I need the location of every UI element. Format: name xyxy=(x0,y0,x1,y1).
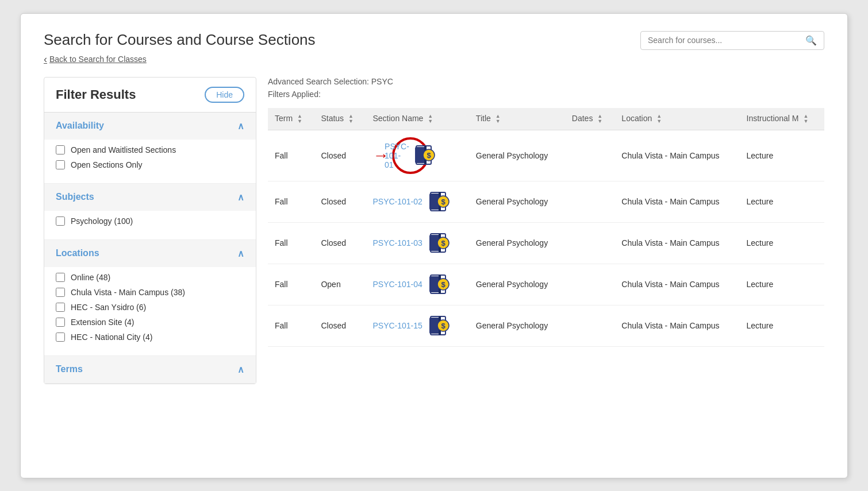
filter-section-locations: Locations ∧ Online (48) Chula Vista - Ma… xyxy=(44,240,256,356)
hide-button[interactable]: Hide xyxy=(205,87,244,103)
dollar-book-icon-3: $ xyxy=(426,271,451,298)
cell-location: Chula Vista - Main Campus xyxy=(614,181,739,222)
page-title: Search for Courses and Course Sections xyxy=(44,31,316,49)
section-link-2[interactable]: PSYC-101-03 xyxy=(372,238,422,248)
search-info: Advanced Search Selection: PSYC xyxy=(268,77,824,86)
filter-item-online[interactable]: Online (48) xyxy=(56,273,244,282)
cell-term: Fall xyxy=(268,305,314,346)
table-row: FallOpen PSYC-101-04 $ General Psycholog… xyxy=(268,264,824,305)
filter-section-availability: Availability ∧ Open and Waitlisted Secti… xyxy=(44,113,256,184)
dollar-book-icon-0: $ xyxy=(412,142,437,169)
cell-term: Fall xyxy=(268,264,314,305)
table-header-row: Term ▲▼ Status ▲▼ Section Name ▲▼ Title … xyxy=(268,108,824,130)
checkbox-hec-san-ysidro[interactable] xyxy=(56,303,65,312)
hec-san-ysidro-label: HEC - San Ysidro (6) xyxy=(71,303,146,312)
cell-status: Closed xyxy=(314,305,366,346)
subjects-chevron: ∧ xyxy=(237,192,244,203)
section-link-0[interactable]: PSYC-101-01 xyxy=(385,142,409,169)
cell-status: Closed xyxy=(314,222,366,264)
section-link-1[interactable]: PSYC-101-02 xyxy=(372,197,422,206)
cell-dates xyxy=(565,222,615,264)
cell-title: General Psychology xyxy=(469,181,565,222)
results-table: Term ▲▼ Status ▲▼ Section Name ▲▼ Title … xyxy=(268,108,824,347)
cell-title: General Psychology xyxy=(469,130,565,181)
cell-section-name: PSYC-101-15 $ xyxy=(366,305,468,346)
table-row: FallClosed → PSYC-101-01 $ xyxy=(268,130,824,181)
locations-header[interactable]: Locations ∧ xyxy=(44,240,256,267)
availability-header[interactable]: Availability ∧ xyxy=(44,113,256,140)
th-dates[interactable]: Dates ▲▼ xyxy=(565,108,615,130)
cell-instructional: Lecture xyxy=(740,264,825,305)
th-section-name[interactable]: Section Name ▲▼ xyxy=(366,108,468,130)
section-link-3[interactable]: PSYC-101-04 xyxy=(372,280,422,289)
th-title[interactable]: Title ▲▼ xyxy=(469,108,565,130)
main-container: Search for Courses and Course Sections B… xyxy=(20,13,848,478)
table-row: FallClosed PSYC-101-03 $ General Psychol… xyxy=(268,222,824,264)
cell-instructional: Lecture xyxy=(740,305,825,346)
terms-label: Terms xyxy=(56,364,83,374)
sort-arrows-instructional: ▲▼ xyxy=(803,114,808,124)
section-link-4[interactable]: PSYC-101-15 xyxy=(372,321,422,330)
filter-item-open-only[interactable]: Open Sections Only xyxy=(56,160,244,169)
checkbox-open-only[interactable] xyxy=(56,160,65,169)
back-to-search-link[interactable]: Back to Search for Classes xyxy=(44,53,316,65)
search-input[interactable] xyxy=(648,36,802,45)
table-row: FallClosed PSYC-101-02 $ General Psychol… xyxy=(268,181,824,222)
main-content: Advanced Search Selection: PSYC Filters … xyxy=(268,77,824,384)
table-row: FallClosed PSYC-101-15 $ General Psychol… xyxy=(268,305,824,346)
filter-item-chula-vista[interactable]: Chula Vista - Main Campus (38) xyxy=(56,288,244,297)
locations-items: Online (48) Chula Vista - Main Campus (3… xyxy=(44,267,256,355)
cell-instructional: Lecture xyxy=(740,130,825,181)
cell-status: Closed xyxy=(314,130,366,181)
hec-national-city-label: HEC - National City (4) xyxy=(71,333,152,342)
filter-results-title: Filter Results xyxy=(56,87,136,102)
cell-dates xyxy=(565,264,615,305)
availability-label: Availability xyxy=(56,121,104,131)
search-box: 🔍 xyxy=(640,31,824,50)
sidebar: Filter Results Hide Availability ∧ Open … xyxy=(44,77,256,384)
subjects-label: Subjects xyxy=(56,192,94,202)
th-instructional[interactable]: Instructional M ▲▼ xyxy=(740,108,825,130)
cell-title: General Psychology xyxy=(469,264,565,305)
chula-vista-label: Chula Vista - Main Campus (38) xyxy=(71,288,185,297)
open-waitlisted-label: Open and Waitlisted Sections xyxy=(71,145,176,154)
sort-arrows-term: ▲▼ xyxy=(297,114,302,124)
cell-location: Chula Vista - Main Campus xyxy=(614,222,739,264)
header: Search for Courses and Course Sections B… xyxy=(44,31,824,65)
checkbox-psychology[interactable] xyxy=(56,216,65,226)
locations-label: Locations xyxy=(56,248,99,258)
header-left: Search for Courses and Course Sections B… xyxy=(44,31,316,65)
circle-annotation: PSYC-101-01 $ xyxy=(392,137,429,174)
cell-section-name: PSYC-101-04 $ xyxy=(366,264,468,305)
table-body: FallClosed → PSYC-101-01 $ xyxy=(268,130,824,346)
subjects-items: Psychology (100) xyxy=(44,211,256,239)
checkbox-extension-site[interactable] xyxy=(56,318,65,327)
checkbox-open-waitlisted[interactable] xyxy=(56,145,65,154)
cell-term: Fall xyxy=(268,130,314,181)
th-status[interactable]: Status ▲▼ xyxy=(314,108,366,130)
locations-chevron: ∧ xyxy=(237,248,244,259)
checkbox-chula-vista[interactable] xyxy=(56,288,65,297)
filter-item-hec-national-city[interactable]: HEC - National City (4) xyxy=(56,333,244,342)
cell-status: Closed xyxy=(314,181,366,222)
cell-instructional: Lecture xyxy=(740,181,825,222)
terms-header[interactable]: Terms ∧ xyxy=(44,356,256,383)
checkbox-online[interactable] xyxy=(56,273,65,282)
svg-text:$: $ xyxy=(441,239,445,248)
cell-dates xyxy=(565,305,615,346)
filter-item-psychology[interactable]: Psychology (100) xyxy=(56,216,244,226)
filter-section-terms: Terms ∧ xyxy=(44,356,256,384)
th-location[interactable]: Location ▲▼ xyxy=(614,108,739,130)
filter-item-extension-site[interactable]: Extension Site (4) xyxy=(56,318,244,327)
subjects-header[interactable]: Subjects ∧ xyxy=(44,184,256,211)
psychology-label: Psychology (100) xyxy=(71,216,133,226)
filter-section-subjects: Subjects ∧ Psychology (100) xyxy=(44,184,256,240)
checkbox-hec-national-city[interactable] xyxy=(56,333,65,342)
filter-item-hec-san-ysidro[interactable]: HEC - San Ysidro (6) xyxy=(56,303,244,312)
cell-section-name: PSYC-101-02 $ xyxy=(366,181,468,222)
filter-item-open-waitlisted[interactable]: Open and Waitlisted Sections xyxy=(56,145,244,154)
th-term[interactable]: Term ▲▼ xyxy=(268,108,314,130)
body-layout: Filter Results Hide Availability ∧ Open … xyxy=(44,77,824,384)
terms-chevron: ∧ xyxy=(237,364,244,375)
dollar-book-icon-4: $ xyxy=(426,312,451,339)
